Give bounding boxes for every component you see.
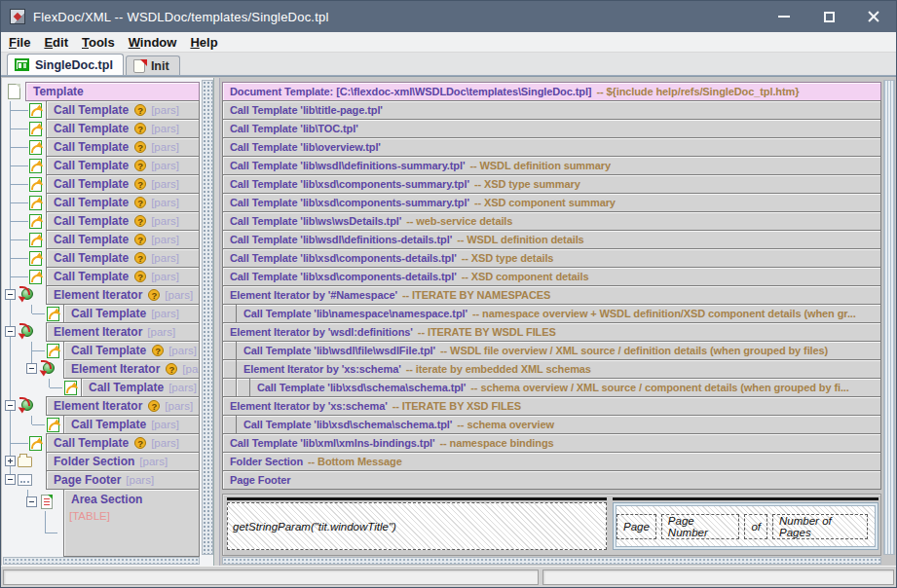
- app-window: FlexDoc/XML -- WSDLDoc/templates/SingleD…: [0, 0, 897, 588]
- footer-right-block[interactable]: Page Page Number of Number of Pages: [613, 497, 878, 554]
- tree-item-call-template[interactable]: Call Template?[pars]: [46, 174, 200, 194]
- tree-item-call-template[interactable]: Call Template?[pars]: [46, 119, 200, 138]
- params-question-icon[interactable]: ?: [134, 271, 146, 282]
- maximize-button[interactable]: [806, 1, 851, 32]
- tree-item-call-template[interactable]: Call Template?[pars]: [46, 267, 200, 286]
- tree-item-element-iterator[interactable]: Element Iterator?[pars]: [46, 285, 200, 305]
- tree-line: [11, 258, 28, 259]
- call-template-row[interactable]: Call Template 'lib\namespace\namespace.t…: [222, 304, 881, 323]
- tree-item-call-template[interactable]: Call Template?[pars]: [46, 193, 200, 212]
- call-template-row[interactable]: Call Template 'lib\TOC.tpl': [222, 119, 881, 138]
- call-template-row[interactable]: Call Template 'lib\ws\wsDetails.tpl'-- w…: [222, 211, 881, 231]
- tab-singledoc[interactable]: SingleDoc.tpl: [7, 54, 124, 75]
- tree-line: [49, 379, 50, 387]
- params-question-icon[interactable]: ?: [134, 123, 146, 134]
- body-horizontal-scrollbar[interactable]: [222, 557, 881, 565]
- template-doc-icon: [15, 58, 29, 71]
- tree-line: [11, 129, 28, 129]
- expand-icon[interactable]: [5, 456, 16, 466]
- call-template-row[interactable]: Call Template 'lib\wsdl\file\wsdlFile.tp…: [222, 341, 881, 360]
- collapse-icon[interactable]: [26, 496, 37, 507]
- tree-item-call-template[interactable]: Call Template?[pars]: [63, 341, 200, 360]
- footer-total-pages-cell[interactable]: Number of Pages: [772, 514, 868, 539]
- call-template-row[interactable]: Call Template 'lib\xsd\components-summar…: [222, 193, 881, 212]
- footer-page-label-cell[interactable]: Page: [617, 514, 656, 539]
- menu-window[interactable]: Window: [129, 35, 177, 50]
- tab-label: SingleDoc.tpl: [35, 58, 113, 72]
- footer-title-cell[interactable]: getStringParam("tit.windowTitle"): [227, 502, 607, 550]
- folder-section-row[interactable]: Folder Section-- Bottom Message: [222, 452, 881, 471]
- footer-page-number-cell[interactable]: Page Number: [661, 514, 740, 539]
- call-template-row[interactable]: Call Template 'lib\xsd\components-summar…: [222, 174, 881, 194]
- tree-item-call-template[interactable]: Call Template?[pars]: [46, 248, 200, 268]
- tree-item-page-footer[interactable]: Page Footer[pars]: [46, 470, 200, 490]
- params-question-icon[interactable]: ?: [134, 234, 146, 245]
- tree-item-area-section[interactable]: Area Section [TABLE]: [63, 489, 200, 557]
- params-question-icon[interactable]: ?: [134, 178, 146, 190]
- call-template-row[interactable]: Call Template 'lib\wsdl\definitions-deta…: [222, 230, 881, 249]
- tree-item-call-template[interactable]: Call Template[pars]: [63, 415, 200, 434]
- menu-edit[interactable]: Edit: [44, 35, 68, 50]
- tree-vertical-scrollbar[interactable]: [202, 80, 213, 555]
- tree-item-call-template[interactable]: Call Template?[pars]: [46, 211, 200, 231]
- params-question-icon[interactable]: ?: [166, 363, 177, 375]
- tree-line: [11, 276, 28, 277]
- params-question-icon[interactable]: ?: [148, 289, 160, 301]
- collapse-icon[interactable]: [26, 363, 37, 374]
- call-template-row[interactable]: Call Template 'lib\overview.tpl': [222, 137, 881, 157]
- minimize-button[interactable]: [762, 1, 806, 32]
- call-template-row[interactable]: Call Template 'lib\xsd\schema\schema.tpl…: [222, 415, 881, 434]
- collapse-icon[interactable]: [5, 326, 16, 337]
- call-template-row[interactable]: Call Template 'lib\wsdl\definitions-summ…: [222, 156, 881, 175]
- init-doc-icon: [133, 59, 145, 73]
- tree-horizontal-scrollbar[interactable]: [3, 557, 200, 565]
- call-template-row[interactable]: Call Template 'lib\xsd\components-detail…: [222, 248, 881, 268]
- body-vertical-scrollbar[interactable]: [883, 80, 895, 555]
- call-template-row[interactable]: Call Template 'lib\xml\xmlns-bindings.tp…: [222, 433, 881, 453]
- tree-item-call-template[interactable]: Call Template?[pars]: [46, 100, 200, 120]
- params-question-icon[interactable]: ?: [134, 252, 146, 264]
- tree-item-call-template[interactable]: Call Template?[pars]: [46, 433, 200, 453]
- close-button[interactable]: [851, 1, 896, 32]
- page-footer-row[interactable]: Page Footer: [222, 470, 881, 490]
- params-question-icon[interactable]: ?: [134, 160, 146, 171]
- area-section-icon: [41, 495, 53, 509]
- element-iterator-row[interactable]: Element Iterator by 'wsdl:definitions'--…: [222, 322, 881, 342]
- params-question-icon[interactable]: ?: [134, 104, 146, 116]
- tree-item-template[interactable]: Template: [25, 82, 200, 101]
- document-template-row[interactable]: Document Template: [C:\flexdoc-xml\WSDLD…: [222, 82, 881, 101]
- call-template-row[interactable]: Call Template 'lib\xsd\components-detail…: [222, 267, 881, 286]
- tree-item-element-iterator[interactable]: Element Iterator?[pars]: [63, 359, 200, 379]
- tree-item-folder-section[interactable]: Folder Section[pars]: [46, 452, 200, 471]
- footer-left-block[interactable]: getStringParam("tit.windowTitle"): [227, 497, 607, 554]
- collapse-icon[interactable]: [5, 474, 16, 485]
- params-question-icon[interactable]: ?: [134, 437, 146, 449]
- tree-line: [11, 165, 28, 166]
- tab-init[interactable]: Init: [126, 55, 180, 75]
- tree-item-call-template[interactable]: Call Template?[pars]: [46, 230, 200, 249]
- footer-of-cell[interactable]: of: [744, 514, 767, 539]
- element-iterator-row[interactable]: Element Iterator by '#Namespace'-- ITERA…: [222, 285, 881, 305]
- element-iterator-row[interactable]: Element Iterator by 'xs:schema'-- iterat…: [222, 359, 881, 379]
- tree-item-call-template[interactable]: Call Template[pars]: [81, 378, 200, 397]
- params-question-icon[interactable]: ?: [134, 197, 146, 208]
- call-template-row[interactable]: Call Template 'lib\title-page.tpl': [222, 100, 881, 120]
- element-iterator-row[interactable]: Element Iterator by 'xs:schema'-- ITERAT…: [222, 396, 881, 416]
- menu-tools[interactable]: Tools: [82, 35, 115, 50]
- tree-item-call-template[interactable]: Call Template[pars]: [63, 304, 200, 323]
- params-question-icon[interactable]: ?: [134, 215, 146, 227]
- tree-item-element-iterator[interactable]: Element Iterator?[pars]: [46, 396, 200, 416]
- tree-item-element-iterator[interactable]: Element Iterator[pars]: [46, 322, 200, 342]
- collapse-icon[interactable]: [5, 400, 16, 411]
- params-question-icon[interactable]: ?: [134, 141, 146, 153]
- tree-line: [11, 221, 28, 222]
- collapse-icon[interactable]: [5, 289, 16, 300]
- params-question-icon[interactable]: ?: [148, 400, 160, 412]
- tree-line: [11, 239, 28, 240]
- tree-item-call-template[interactable]: Call Template?[pars]: [46, 137, 200, 157]
- call-template-row[interactable]: Call Template 'lib\xsd\schema\schema.tpl…: [222, 378, 881, 397]
- menu-file[interactable]: File: [9, 35, 30, 50]
- menu-help[interactable]: Help: [190, 35, 217, 50]
- tree-item-call-template[interactable]: Call Template?[pars]: [46, 156, 200, 175]
- params-question-icon[interactable]: ?: [152, 345, 164, 356]
